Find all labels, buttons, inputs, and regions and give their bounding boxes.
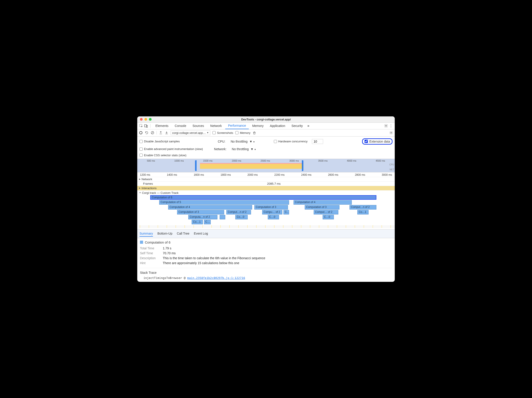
flame-bar[interactable]: C…0 <box>268 215 279 219</box>
flame-bar[interactable]: Computation of 4 <box>294 200 352 205</box>
summary-panel: Computation of 6 Total Time1.79 s Self T… <box>137 238 395 282</box>
extension-data-checkbox[interactable] <box>365 140 368 143</box>
svg-rect-6 <box>254 132 255 134</box>
svg-line-5 <box>152 132 153 134</box>
frames-track[interactable]: Frames 2085.7 ms <box>137 182 395 186</box>
tab-security[interactable]: Security <box>289 123 306 129</box>
network-track[interactable]: ▶Network <box>137 177 395 182</box>
expand-icon: ▶ <box>139 187 141 189</box>
flame-bar[interactable]: C… <box>204 220 211 224</box>
description-value: This is the time taken to calculate the … <box>163 256 265 260</box>
flame-bar[interactable]: Comput…n of 2 <box>226 210 251 215</box>
stack-trace-header: Stack Trace <box>140 268 392 274</box>
upload-icon[interactable] <box>159 131 163 134</box>
flame-bar[interactable]: Co…0 <box>235 215 248 219</box>
svg-point-7 <box>391 132 392 133</box>
range-handle-left[interactable] <box>195 160 196 171</box>
reload-icon[interactable] <box>145 131 148 134</box>
custom-track-header[interactable]: ▼Corgi track — Custom Track <box>139 190 395 195</box>
flame-bar[interactable]: Computation of 3 <box>254 205 288 209</box>
tab-sources[interactable]: Sources <box>190 123 207 129</box>
flame-bar[interactable]: Computation of 5 <box>159 200 289 205</box>
summary-title: Computation of 6 <box>145 240 170 244</box>
cpu-lane-label: CPU <box>389 163 394 166</box>
hardware-concurrency-checkbox[interactable]: Hardware concurrency <box>274 140 308 143</box>
clear-icon[interactable] <box>151 131 154 134</box>
kebab-menu-icon[interactable]: ⋮ <box>389 124 393 128</box>
network-throttle-select[interactable]: No throttling ▼ <box>231 147 257 151</box>
expand-icon: ▶ <box>139 178 141 180</box>
garbage-collect-icon[interactable] <box>253 131 256 134</box>
tab-performance[interactable]: Performance <box>225 122 248 129</box>
close-window-icon[interactable] <box>140 118 143 121</box>
minimize-window-icon[interactable] <box>144 118 147 121</box>
interactions-track[interactable]: ▶Interactions <box>137 186 395 190</box>
flame-bar[interactable]: Computation of 3 <box>305 205 339 209</box>
flame-bar[interactable]: Co…1 <box>357 210 368 215</box>
self-time-value: 70.70 ms <box>163 251 176 255</box>
tab-memory[interactable]: Memory <box>250 123 266 129</box>
window-title: DevTools - corgi-collage.vercel.app/ <box>241 118 291 121</box>
capture-settings: Disable JavaScript samples CPU: No throt… <box>137 137 395 159</box>
flame-bar[interactable]: Computation of 3 <box>177 210 224 215</box>
collapse-icon: ▼ <box>139 192 141 194</box>
disable-js-checkbox[interactable]: Disable JavaScript samples <box>139 140 180 143</box>
device-toggle-icon[interactable] <box>144 124 148 128</box>
screenshots-checkbox[interactable]: Screenshots <box>212 131 233 134</box>
devtools-tabbar: Elements Console Sources Network Perform… <box>137 123 395 129</box>
waterfall: ▶Network Frames 2085.7 ms ▶Interactions … <box>137 177 395 229</box>
flame-bar[interactable]: Computation of 6 <box>150 195 376 200</box>
maximize-window-icon[interactable] <box>149 118 152 121</box>
timeline-ruler: 1200 ms 1400 ms 1600 ms 1800 ms 2000 ms … <box>137 172 395 177</box>
memory-checkbox[interactable]: Memory <box>235 131 250 134</box>
range-handle-right[interactable] <box>302 160 303 171</box>
custom-track: ▼Corgi track — Custom Track Computation … <box>137 190 395 229</box>
color-swatch-icon <box>140 241 143 244</box>
detail-tab-summary[interactable]: Summary <box>139 231 153 237</box>
record-icon[interactable] <box>139 131 143 134</box>
extension-data-highlight: Extension data <box>362 138 393 145</box>
cpu-label: CPU: <box>218 140 225 143</box>
flame-bar[interactable] <box>220 215 225 219</box>
svg-point-3 <box>386 125 387 126</box>
inspect-icon[interactable] <box>139 124 143 128</box>
flame-bar[interactable]: Compu… of 2 <box>262 210 282 215</box>
flame-bar[interactable]: Co…1 <box>192 220 203 224</box>
more-tabs-icon[interactable]: » <box>306 124 310 128</box>
flame-bar[interactable]: Computa…n of 2 <box>188 215 217 219</box>
flame-bar[interactable]: C… <box>284 210 289 215</box>
flame-bar[interactable]: Comput… of 2 <box>314 210 338 215</box>
tab-network[interactable]: Network <box>208 123 224 129</box>
css-stats-checkbox[interactable]: Enable CSS selector stats (slow) <box>139 154 186 157</box>
tab-application[interactable]: Application <box>267 123 288 129</box>
detail-tab-calltree[interactable]: Call Tree <box>177 231 190 237</box>
performance-toolbar: corgi-collage.vercel.app…▼ Screenshots M… <box>137 129 395 137</box>
flame-bar[interactable]: Comput…n of 2 <box>349 205 376 209</box>
detail-tab-bottomup[interactable]: Bottom-Up <box>157 231 172 237</box>
timeline-overview[interactable]: 500 ms 1000 ms 1500 ms 2000 ms 2500 ms 3… <box>137 159 395 172</box>
paint-instrumentation-checkbox[interactable]: Enable advanced paint instrumentation (s… <box>139 147 203 151</box>
window-titlebar: DevTools - corgi-collage.vercel.app/ <box>137 116 395 123</box>
minor-activity-strip <box>139 225 395 228</box>
page-select[interactable]: corgi-collage.vercel.app…▼ <box>171 131 210 135</box>
detail-tab-eventlog[interactable]: Event Log <box>194 231 208 237</box>
total-time-value: 1.79 s <box>163 246 171 250</box>
network-label: Network: <box>214 147 226 151</box>
download-icon[interactable] <box>165 131 168 134</box>
hardware-concurrency-input[interactable] <box>312 139 323 144</box>
stack-trace-link[interactable]: main.2358fe1b2c80297b.js:1:122716 <box>187 276 245 280</box>
flame-bar[interactable]: Computation of 4 <box>168 205 252 209</box>
capture-settings-gear-icon[interactable] <box>389 131 393 134</box>
hint-value: There are approximately 15 calculations … <box>163 261 239 265</box>
cpu-throttle-select[interactable]: No throttling ▼ <box>230 139 256 144</box>
detail-tabs: Summary Bottom-Up Call Tree Event Log <box>137 229 395 238</box>
settings-gear-icon[interactable] <box>384 124 388 128</box>
net-lane-label: NET <box>390 168 394 171</box>
stack-trace: injectTimingsToBrowser @ main.2358fe1b2c… <box>140 276 392 280</box>
tab-console[interactable]: Console <box>172 123 189 129</box>
flame-bar[interactable]: C…0 <box>323 215 334 219</box>
tab-elements[interactable]: Elements <box>153 123 171 129</box>
cpu-activity-bar <box>200 163 303 169</box>
